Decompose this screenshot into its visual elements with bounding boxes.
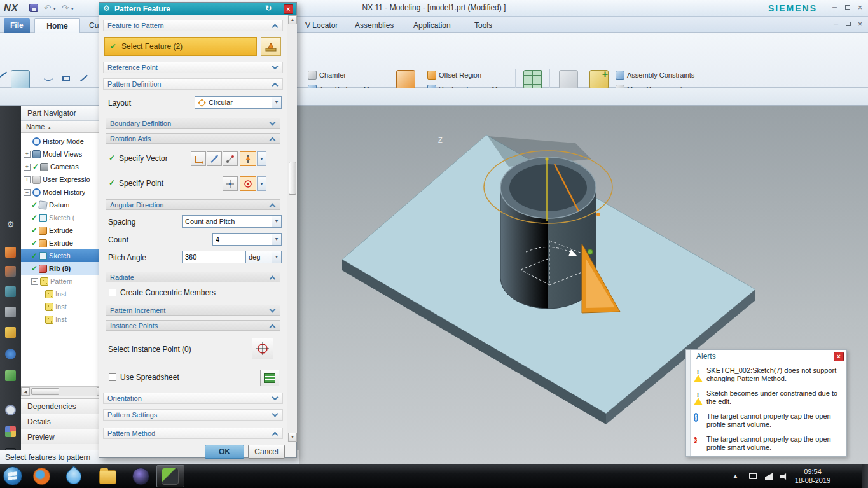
tab-curve[interactable]: Cur bbox=[83, 18, 99, 33]
dialog-reset-icon[interactable]: ↻ bbox=[263, 4, 273, 13]
tree-item-extrude-2[interactable]: ✓Extrude bbox=[21, 237, 106, 249]
child-minimize-button[interactable]: ─ bbox=[830, 20, 841, 29]
check-icon[interactable]: ✓ bbox=[31, 213, 38, 222]
inferred-point-button[interactable] bbox=[240, 176, 256, 191]
tree-item-extrude-1[interactable]: ✓Extrude bbox=[21, 224, 106, 237]
check-icon[interactable]: ✓ bbox=[31, 226, 38, 235]
horizontal-scrollbar[interactable]: ◀ ▶ bbox=[21, 386, 106, 396]
system-clock-icon[interactable] bbox=[5, 405, 16, 415]
scrollbar-thumb[interactable] bbox=[31, 388, 59, 395]
child-close-button[interactable]: × bbox=[855, 20, 865, 29]
tree-item-sketch-1[interactable]: ✓Sketch ( bbox=[21, 211, 106, 224]
action-center-icon[interactable] bbox=[749, 473, 757, 479]
cancel-button[interactable]: Cancel bbox=[248, 445, 285, 459]
chevron-down-icon[interactable] bbox=[272, 64, 279, 70]
expand-icon[interactable]: + bbox=[24, 176, 31, 183]
chevron-down-icon[interactable] bbox=[272, 394, 279, 401]
layout-combo[interactable]: Circular ▼ bbox=[195, 96, 282, 109]
tab-assemblies[interactable]: Assemblies bbox=[348, 18, 400, 33]
vector-dropdown-icon[interactable]: ▼ bbox=[257, 151, 266, 166]
name-column-header[interactable]: Name▲ bbox=[21, 121, 106, 133]
child-restore-button[interactable] bbox=[843, 20, 853, 29]
alerts-scrollbar[interactable] bbox=[686, 350, 691, 456]
rectangle-icon[interactable] bbox=[62, 76, 70, 81]
inferred-vector-button[interactable] bbox=[207, 151, 222, 166]
section-pattern-definition[interactable]: Pattern Definition bbox=[103, 78, 283, 90]
chevron-up-icon[interactable] bbox=[270, 324, 276, 331]
section-reference-point[interactable]: Reference Point bbox=[103, 62, 283, 73]
close-button[interactable]: × bbox=[855, 4, 865, 13]
tree-item-cameras[interactable]: +✓Cameras bbox=[21, 160, 106, 173]
check-icon[interactable]: ✓ bbox=[31, 239, 38, 247]
axis-top-point[interactable] bbox=[546, 158, 549, 161]
scrollbar-thumb[interactable] bbox=[289, 162, 296, 195]
datum-axis-vector-button[interactable] bbox=[240, 151, 256, 166]
section-pattern-method[interactable]: Pattern Method bbox=[103, 428, 283, 439]
chevron-up-icon[interactable] bbox=[270, 137, 276, 144]
dialog-title-bar[interactable]: ⚙ Pattern Feature ↻ × bbox=[99, 3, 296, 15]
file-explorer-icon[interactable] bbox=[99, 470, 116, 484]
section-radiate[interactable]: Radiate bbox=[106, 272, 280, 282]
internet-explorer-icon[interactable] bbox=[5, 349, 16, 359]
eclipse-icon[interactable] bbox=[132, 468, 149, 485]
pattern-handle-point[interactable] bbox=[596, 213, 600, 216]
pitch-angle-input[interactable] bbox=[185, 253, 228, 261]
scroll-left-icon[interactable]: ◀ bbox=[21, 387, 30, 396]
section-instance-points[interactable]: Instance Points bbox=[106, 320, 280, 331]
vector-dialog-button[interactable] bbox=[191, 151, 206, 166]
chevron-up-icon[interactable] bbox=[272, 432, 279, 438]
tree-item-sketch-selected[interactable]: ✓Sketch bbox=[21, 249, 106, 262]
tab-home[interactable]: Home bbox=[34, 18, 80, 33]
preview-section[interactable]: Preview bbox=[21, 429, 106, 444]
drag-handle-ball[interactable] bbox=[588, 249, 593, 254]
firefox-icon[interactable] bbox=[33, 468, 50, 485]
check-icon[interactable]: ✓ bbox=[32, 162, 39, 171]
tab-tools[interactable]: Tools bbox=[468, 18, 499, 33]
tab-file[interactable]: File bbox=[4, 18, 30, 33]
expand-icon[interactable]: + bbox=[24, 164, 31, 171]
tree-item-instance-3[interactable]: Inst bbox=[21, 313, 106, 326]
two-point-vector-button[interactable] bbox=[223, 151, 238, 166]
collapse-icon[interactable]: − bbox=[24, 189, 31, 196]
tree-item-pattern[interactable]: −Pattern bbox=[21, 275, 106, 288]
spacing-combo[interactable]: Count and Pitch▼ bbox=[182, 215, 282, 228]
tab-application[interactable]: Application bbox=[407, 18, 457, 33]
part-navigator-icon[interactable] bbox=[5, 286, 16, 297]
minimize-button[interactable]: ─ bbox=[829, 4, 840, 13]
tree-item-user-expressions[interactable]: +User Expressio bbox=[21, 173, 106, 186]
assembly-navigator-icon[interactable] bbox=[5, 247, 16, 258]
check-icon[interactable]: ✓ bbox=[31, 200, 38, 209]
tree-item-datum[interactable]: ✓Datum bbox=[21, 199, 106, 211]
collapse-icon[interactable]: − bbox=[31, 278, 38, 285]
use-spreadsheet-checkbox[interactable] bbox=[109, 373, 116, 381]
dialog-scrollbar[interactable]: ▲ ▼ bbox=[287, 15, 297, 442]
tree-item-model-history[interactable]: −Model History bbox=[21, 186, 106, 199]
dropdown-icon[interactable]: ▼ bbox=[272, 251, 281, 263]
tab-v-locator[interactable]: V Locator bbox=[299, 18, 344, 33]
dropdown-icon[interactable]: ▼ bbox=[272, 97, 281, 108]
feature-select-button[interactable] bbox=[261, 37, 281, 56]
scroll-down-icon[interactable]: ▼ bbox=[288, 433, 297, 442]
roles-gear-icon[interactable]: ⚙ bbox=[5, 219, 16, 230]
history-palette-icon[interactable] bbox=[5, 370, 16, 381]
studio-spline-icon[interactable] bbox=[44, 76, 53, 81]
ok-button[interactable]: OK bbox=[205, 445, 244, 459]
point-dropdown-icon[interactable]: ▼ bbox=[257, 176, 266, 191]
dependencies-section[interactable]: Dependencies bbox=[21, 398, 106, 414]
dropdown-icon[interactable]: ▼ bbox=[272, 216, 281, 227]
check-icon[interactable]: ✓ bbox=[31, 264, 38, 273]
section-angular-direction[interactable]: Angular Direction bbox=[106, 199, 280, 210]
dialog-close-icon[interactable]: × bbox=[284, 4, 293, 14]
pitch-angle-field[interactable] bbox=[182, 251, 246, 263]
count-field[interactable]: ▼ bbox=[212, 233, 282, 246]
chevron-down-icon[interactable] bbox=[272, 411, 279, 417]
hd3d-tools-icon[interactable] bbox=[5, 327, 16, 338]
water-drop-app-icon[interactable] bbox=[63, 466, 85, 487]
line-icon[interactable] bbox=[80, 75, 88, 82]
dropdown-icon[interactable]: ▼ bbox=[272, 234, 281, 245]
section-orientation[interactable]: Orientation bbox=[103, 393, 283, 404]
check-icon[interactable]: ✓ bbox=[31, 251, 38, 260]
chevron-up-icon[interactable] bbox=[272, 24, 279, 31]
spreadsheet-button[interactable] bbox=[260, 370, 279, 386]
chevron-up-icon[interactable] bbox=[272, 83, 279, 89]
